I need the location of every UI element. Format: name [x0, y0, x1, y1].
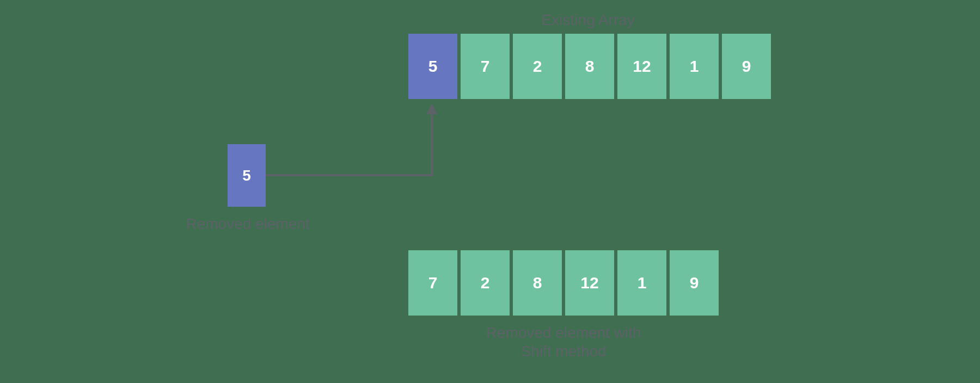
result-label-line2: Shift method [520, 343, 606, 360]
result-array-row: 7 2 8 12 1 9 [408, 250, 719, 316]
arrow-icon [266, 103, 440, 180]
result-array-label: Removed element with Shift method [408, 324, 719, 360]
existing-cell-3: 8 [565, 34, 614, 99]
result-cell-4: 1 [617, 250, 666, 316]
existing-cell-5: 1 [670, 34, 719, 99]
existing-array-row: 5 7 2 8 12 1 9 [408, 34, 771, 99]
existing-cell-1: 7 [461, 34, 510, 99]
existing-cell-0: 5 [408, 34, 457, 99]
result-cell-0: 7 [408, 250, 457, 316]
result-cell-5: 9 [670, 250, 719, 316]
existing-array-label: Existing Array [408, 11, 768, 29]
existing-cell-6: 9 [722, 34, 771, 99]
result-cell-3: 12 [565, 250, 614, 316]
existing-cell-2: 2 [513, 34, 562, 99]
removed-element-cell: 5 [228, 144, 266, 207]
existing-cell-4: 12 [617, 34, 666, 99]
result-cell-1: 2 [461, 250, 510, 316]
removed-element-label: Removed element [174, 215, 321, 233]
result-label-line1: Removed element with [486, 324, 641, 341]
result-cell-2: 8 [513, 250, 562, 316]
